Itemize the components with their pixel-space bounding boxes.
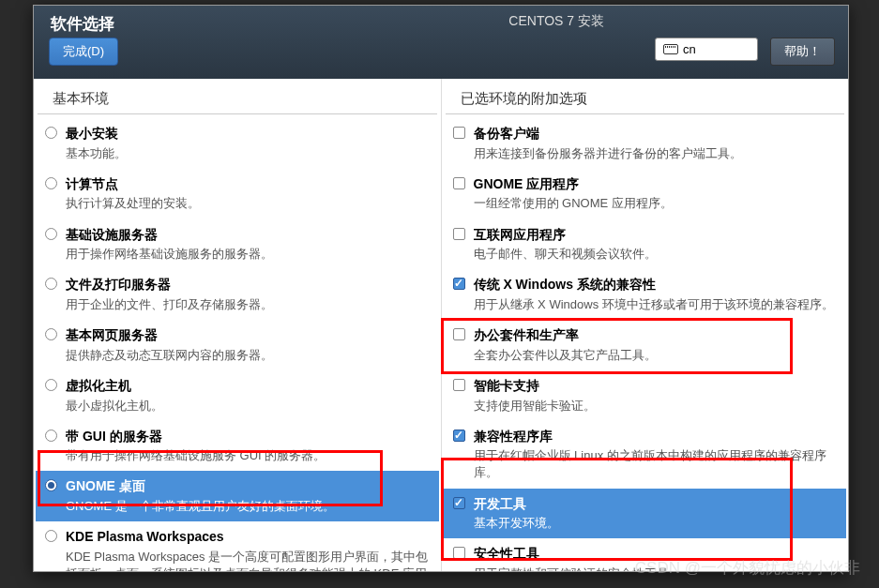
help-button[interactable]: 帮助！ [770, 38, 835, 66]
option-title: 文件及打印服务器 [66, 276, 430, 294]
option-description: 用于在红帽企业版 Linux 的之前版本中构建的应用程序的兼容程序库。 [474, 447, 838, 481]
content-area: 基本环境 最小安装基本功能。计算节点执行计算及处理的安装。基础设施服务器用于操作… [34, 79, 848, 571]
option-description: 支持使用智能卡验证。 [474, 398, 838, 415]
addon-option[interactable]: 兼容性程序库用于在红帽企业版 Linux 的之前版本中构建的应用程序的兼容程序库… [444, 421, 847, 489]
radio-icon [45, 379, 57, 391]
radio-icon [45, 530, 57, 542]
addons-column: 已选环境的附加选项 备份客户端用来连接到备份服务器并进行备份的客户端工具。GNO… [442, 79, 849, 571]
radio-icon [45, 177, 57, 189]
radio-icon [45, 430, 57, 442]
option-title: 互联网应用程序 [474, 226, 838, 245]
checkbox-icon [453, 328, 465, 340]
lang-code: cn [683, 42, 696, 56]
env-option[interactable]: 虚拟化主机最小虚拟化主机。 [36, 370, 439, 421]
checkbox-icon [453, 278, 465, 290]
option-description: KDE Plasma Workspaces 是一个高度可配置图形用户界面，其中包… [66, 549, 430, 571]
keyboard-icon [663, 44, 678, 54]
done-button[interactable]: 完成(D) [49, 38, 118, 66]
base-env-list[interactable]: 最小安装基本功能。计算节点执行计算及处理的安装。基础设施服务器用于操作网络基础设… [34, 114, 441, 571]
option-title: 基本网页服务器 [66, 326, 430, 345]
header-bar: 软件选择 完成(D) CENTOS 7 安装 cn 帮助！ [34, 6, 848, 79]
option-title: 最小安装 [66, 125, 430, 143]
addon-option[interactable]: 开发工具基本开发环境。 [444, 489, 847, 539]
addon-option[interactable]: 传统 X Windows 系统的兼容性用于从继承 X Windows 环境中迁移… [444, 269, 847, 320]
option-description: 用于企业的文件、打印及存储服务器。 [66, 296, 430, 313]
option-title: 兼容性程序库 [474, 428, 838, 446]
radio-icon [45, 479, 57, 491]
checkbox-icon [453, 379, 465, 391]
checkbox-icon [453, 127, 465, 139]
env-option[interactable]: 计算节点执行计算及处理的安装。 [36, 169, 439, 219]
option-title: GNOME 应用程序 [474, 175, 838, 194]
option-description: 用来连接到备份服务器并进行备份的客户端工具。 [474, 145, 838, 162]
option-title: 传统 X Windows 系统的兼容性 [474, 276, 838, 294]
option-title: 虚拟化主机 [66, 377, 430, 396]
installer-title: CENTOS 7 安装 [508, 13, 604, 30]
option-description: 最小虚拟化主机。 [66, 398, 430, 415]
option-title: 计算节点 [66, 175, 430, 194]
option-title: GNOME 桌面 [66, 477, 430, 496]
addons-heading: 已选环境的附加选项 [446, 79, 845, 114]
env-option[interactable]: 基础设施服务器用于操作网络基础设施服务的服务器。 [36, 219, 439, 270]
addon-option[interactable]: 办公套件和生产率全套办公套件以及其它产品工具。 [444, 320, 847, 370]
checkbox-icon [453, 497, 465, 509]
checkbox-icon [453, 547, 465, 559]
addon-option[interactable]: 互联网应用程序电子邮件、聊天和视频会议软件。 [444, 219, 847, 270]
option-title: 备份客户端 [474, 125, 838, 143]
addons-list[interactable]: 备份客户端用来连接到备份服务器并进行备份的客户端工具。GNOME 应用程序一组经… [442, 114, 849, 571]
radio-icon [45, 278, 57, 290]
radio-icon [45, 328, 57, 340]
env-option[interactable]: KDE Plasma WorkspacesKDE Plasma Workspac… [36, 521, 439, 571]
radio-icon [45, 228, 57, 240]
checkbox-icon [453, 430, 465, 442]
env-option[interactable]: 带 GUI 的服务器带有用于操作网络基础设施服务 GUI 的服务器。 [36, 421, 439, 472]
installer-window: 软件选择 完成(D) CENTOS 7 安装 cn 帮助！ 基本环境 最小安装基… [33, 5, 849, 572]
option-description: 提供静态及动态互联网内容的服务器。 [66, 347, 430, 364]
base-environment-column: 基本环境 最小安装基本功能。计算节点执行计算及处理的安装。基础设施服务器用于操作… [34, 79, 442, 571]
addon-option[interactable]: 备份客户端用来连接到备份服务器并进行备份的客户端工具。 [444, 118, 847, 169]
option-description: 基本功能。 [66, 145, 430, 162]
watermark: CSDN @一个外貌忧虑的小伙非 [635, 557, 860, 579]
option-description: 执行计算及处理的安装。 [66, 195, 430, 212]
checkbox-icon [453, 228, 465, 240]
option-description: 带有用于操作网络基础设施服务 GUI 的服务器。 [66, 447, 430, 464]
env-option[interactable]: 基本网页服务器提供静态及动态互联网内容的服务器。 [36, 320, 439, 370]
radio-icon [45, 127, 57, 139]
option-title: 基础设施服务器 [66, 226, 430, 245]
option-title: 开发工具 [474, 495, 838, 514]
addon-option[interactable]: GNOME 应用程序一组经常使用的 GNOME 应用程序。 [444, 169, 847, 219]
option-description: GNOME 是一个非常直观且用户友好的桌面环境。 [66, 498, 430, 515]
env-option[interactable]: 文件及打印服务器用于企业的文件、打印及存储服务器。 [36, 269, 439, 320]
base-env-heading: 基本环境 [38, 79, 437, 114]
env-option[interactable]: 最小安装基本功能。 [36, 118, 439, 169]
keyboard-layout-indicator[interactable]: cn [655, 38, 758, 61]
option-description: 用于操作网络基础设施服务的服务器。 [66, 246, 430, 263]
option-description: 全套办公套件以及其它产品工具。 [474, 347, 838, 364]
addon-option[interactable]: 智能卡支持支持使用智能卡验证。 [444, 370, 847, 421]
option-description: 用于从继承 X Windows 环境中迁移或者可用于该环境的兼容程序。 [474, 296, 838, 313]
checkbox-icon [453, 177, 465, 189]
option-description: 一组经常使用的 GNOME 应用程序。 [474, 195, 838, 212]
option-title: KDE Plasma Workspaces [66, 528, 430, 547]
option-description: 基本开发环境。 [474, 515, 838, 532]
option-title: 办公套件和生产率 [474, 326, 838, 345]
env-option[interactable]: GNOME 桌面GNOME 是一个非常直观且用户友好的桌面环境。 [36, 471, 439, 521]
option-title: 智能卡支持 [474, 377, 838, 396]
option-description: 电子邮件、聊天和视频会议软件。 [474, 246, 838, 263]
option-title: 带 GUI 的服务器 [66, 428, 430, 446]
page-title: 软件选择 [51, 13, 114, 35]
